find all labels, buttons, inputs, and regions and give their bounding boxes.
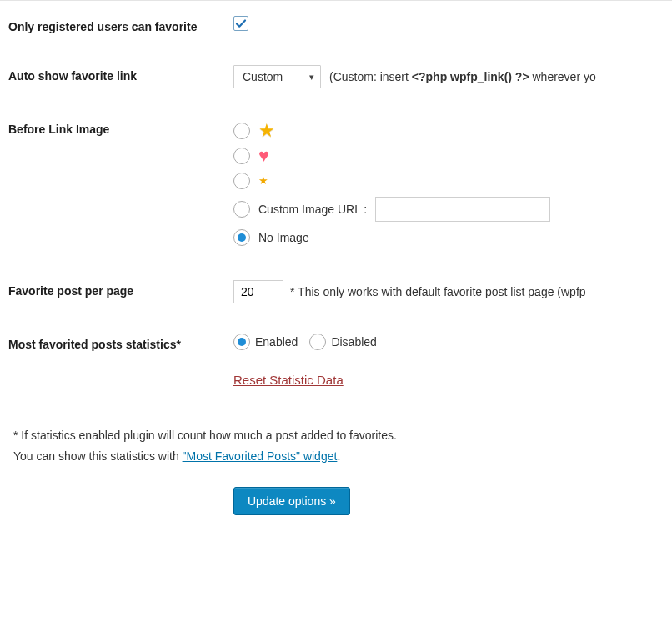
auto-show-help-suffix: wherever yo — [529, 70, 596, 83]
stats-disabled-label: Disabled — [331, 335, 376, 349]
stats-disabled-group: Disabled — [309, 334, 376, 350]
label-registered-only: Only registered users can favorite — [8, 16, 233, 35]
radio-stats-enabled[interactable] — [233, 334, 250, 350]
row-stats: Most favorited posts statistics* Enabled… — [8, 319, 664, 368]
row-auto-show: Auto show favorite link Custom (Custom: … — [8, 50, 664, 103]
update-options-button[interactable]: Update options » — [233, 487, 350, 515]
custom-url-label: Custom Image URL : — [258, 203, 367, 216]
before-image-option-star: ★ — [233, 118, 664, 143]
radio-small-star[interactable] — [233, 173, 250, 189]
field-before-image: ★ ♥ ★ Custom Image URL : No Image — [233, 118, 664, 250]
note-line2: You can show this statistics with "Most … — [13, 446, 659, 467]
field-per-page: * This only works with default favorite … — [233, 280, 664, 303]
row-per-page: Favorite post per page * This only works… — [8, 265, 664, 319]
note-line2-suffix: . — [337, 449, 340, 463]
row-registered-only: Only registered users can favorite — [8, 1, 664, 50]
radio-star[interactable] — [233, 123, 250, 139]
registered-only-checkbox[interactable] — [233, 16, 248, 31]
check-icon — [234, 17, 248, 30]
no-image-label: No Image — [258, 231, 309, 244]
label-stats: Most favorited posts statistics* — [8, 334, 233, 353]
stats-enabled-label: Enabled — [255, 335, 298, 349]
field-reset: Reset Statistic Data — [233, 373, 664, 387]
star-icon: ★ — [258, 122, 275, 140]
auto-show-help-prefix: (Custom: insert — [329, 70, 412, 83]
per-page-input[interactable] — [233, 280, 283, 303]
field-registered-only — [233, 16, 664, 33]
custom-url-input[interactable] — [375, 197, 550, 222]
row-before-image: Before Link Image ★ ♥ ★ Custom Image URL… — [8, 103, 664, 265]
label-per-page: Favorite post per page — [8, 280, 233, 299]
before-image-option-heart: ♥ — [233, 143, 664, 168]
note-line1: * If statistics enabled plugin will coun… — [13, 425, 659, 446]
field-stats: Enabled Disabled — [233, 334, 664, 350]
radio-stats-disabled[interactable] — [309, 334, 326, 350]
small-star-icon: ★ — [258, 175, 268, 186]
auto-show-select-wrap: Custom — [233, 65, 321, 88]
before-image-option-noimage: No Image — [233, 225, 664, 250]
heart-icon: ♥ — [258, 147, 269, 165]
row-reset: Reset Statistic Data — [8, 368, 664, 402]
before-image-option-customurl: Custom Image URL : — [233, 193, 664, 225]
statistics-note: * If statistics enabled plugin will coun… — [0, 410, 672, 470]
before-image-option-smallstar: ★ — [233, 168, 664, 193]
settings-form: Only registered users can favorite Auto … — [0, 0, 672, 410]
stats-enabled-group: Enabled — [233, 334, 298, 350]
submit-row: Update options » — [0, 470, 672, 515]
note-line2-prefix: You can show this statistics with — [13, 449, 183, 463]
radio-custom-url[interactable] — [233, 201, 250, 218]
radio-no-image[interactable] — [233, 229, 250, 246]
reset-statistics-link[interactable]: Reset Statistic Data — [233, 373, 344, 387]
auto-show-select[interactable]: Custom — [233, 65, 321, 88]
field-auto-show: Custom (Custom: insert <?php wpfp_link()… — [233, 65, 664, 88]
label-reset-empty — [8, 373, 233, 376]
label-before-image: Before Link Image — [8, 118, 233, 138]
auto-show-help-code: <?php wpfp_link() ?> — [412, 70, 529, 83]
auto-show-help: (Custom: insert <?php wpfp_link() ?> whe… — [329, 70, 596, 83]
label-auto-show: Auto show favorite link — [8, 65, 233, 84]
per-page-hint: * This only works with default favorite … — [290, 285, 586, 298]
most-favorited-widget-link[interactable]: "Most Favorited Posts" widget — [183, 449, 338, 463]
radio-heart[interactable] — [233, 148, 250, 164]
